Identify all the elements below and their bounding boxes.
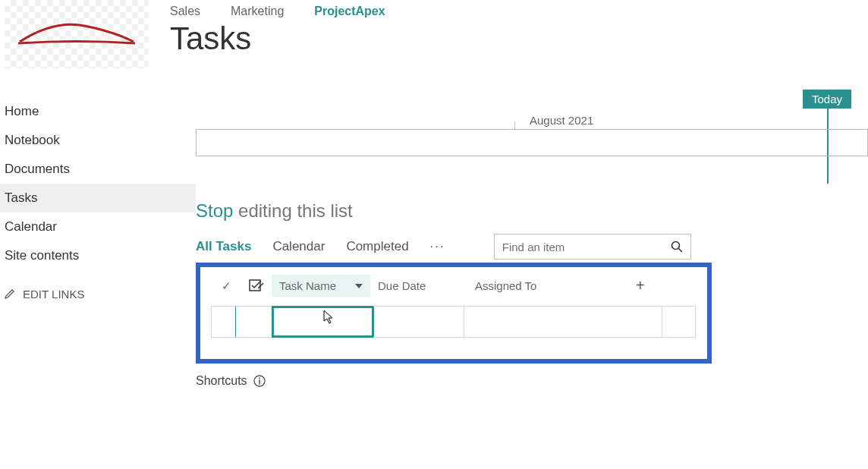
add-column-button[interactable]: + xyxy=(636,277,697,294)
shortcuts-label: Shortcuts xyxy=(196,374,247,388)
sidebar-item-home[interactable]: Home xyxy=(0,97,196,126)
view-toolbar: All Tasks Calendar Completed ··· xyxy=(196,234,868,260)
edit-links-button[interactable]: EDIT LINKS xyxy=(0,288,196,301)
dropdown-caret-icon xyxy=(355,284,363,288)
timeline-track[interactable] xyxy=(196,129,868,156)
nav-item-sales[interactable]: Sales xyxy=(170,5,200,18)
svg-rect-5 xyxy=(259,380,260,385)
svg-point-4 xyxy=(259,378,260,379)
edit-banner: Stop editing this list xyxy=(196,200,868,222)
column-complete[interactable]: ✓ xyxy=(211,279,241,293)
timeline-month-label: August 2021 xyxy=(530,114,593,127)
task-grid-highlight: ✓ Task Name Due Date Assig xyxy=(196,263,712,364)
sidebar-item-notebook[interactable]: Notebook xyxy=(0,126,196,155)
search-box[interactable] xyxy=(494,234,691,260)
site-logo[interactable] xyxy=(5,0,149,68)
svg-line-1 xyxy=(678,249,682,253)
timeline-month-tick xyxy=(514,121,515,129)
cell-taskname-active[interactable] xyxy=(272,306,374,338)
cell-extra[interactable] xyxy=(662,306,696,338)
column-duedate-label: Due Date xyxy=(378,279,426,292)
svg-point-0 xyxy=(671,242,679,250)
info-icon xyxy=(253,375,266,387)
column-select[interactable] xyxy=(241,279,272,293)
svg-rect-2 xyxy=(250,280,260,291)
edit-links-label: EDIT LINKS xyxy=(23,288,84,301)
pencil-icon xyxy=(5,288,15,299)
column-taskname[interactable]: Task Name xyxy=(272,275,370,297)
timeline: Today August 2021 xyxy=(196,91,868,172)
view-tab-completed[interactable]: Completed xyxy=(346,239,408,254)
quick-launch-sidebar: Home Notebook Documents Tasks Calendar S… xyxy=(0,90,196,388)
view-more-button[interactable]: ··· xyxy=(430,239,445,254)
cell-duedate[interactable] xyxy=(373,306,464,338)
cell-assignedto[interactable] xyxy=(464,306,662,338)
shortcuts-link[interactable]: Shortcuts xyxy=(196,374,868,388)
grid-header: ✓ Task Name Due Date Assig xyxy=(211,275,697,297)
view-tab-alltasks[interactable]: All Tasks xyxy=(196,239,251,254)
column-duedate[interactable]: Due Date xyxy=(370,279,461,292)
sidebar-item-documents[interactable]: Documents xyxy=(0,155,196,184)
column-assignedto-label: Assigned To xyxy=(475,279,536,292)
edit-banner-text: editing this list xyxy=(233,200,352,221)
stop-editing-link[interactable]: Stop xyxy=(196,200,233,221)
check-icon: ✓ xyxy=(222,279,231,293)
nav-item-projectapex[interactable]: ProjectApex xyxy=(314,5,385,18)
page-title: Tasks xyxy=(170,21,385,56)
cell-select[interactable] xyxy=(235,306,272,338)
grid-new-row[interactable] xyxy=(211,306,697,338)
view-tab-calendar[interactable]: Calendar xyxy=(272,239,325,254)
today-badge: Today xyxy=(803,90,851,109)
column-assignedto[interactable]: Assigned To xyxy=(461,279,636,292)
nav-item-marketing[interactable]: Marketing xyxy=(231,5,284,18)
checkbox-edit-icon xyxy=(249,279,264,293)
search-icon[interactable] xyxy=(671,241,683,253)
search-input[interactable] xyxy=(502,241,671,253)
sidebar-item-calendar[interactable]: Calendar xyxy=(0,212,196,241)
sidebar-item-tasks[interactable]: Tasks xyxy=(0,184,196,212)
column-taskname-label: Task Name xyxy=(279,279,336,292)
cell-complete[interactable] xyxy=(211,306,235,338)
sidebar-item-sitecontents[interactable]: Site contents xyxy=(0,241,196,270)
global-nav: Sales Marketing ProjectApex xyxy=(170,5,385,18)
